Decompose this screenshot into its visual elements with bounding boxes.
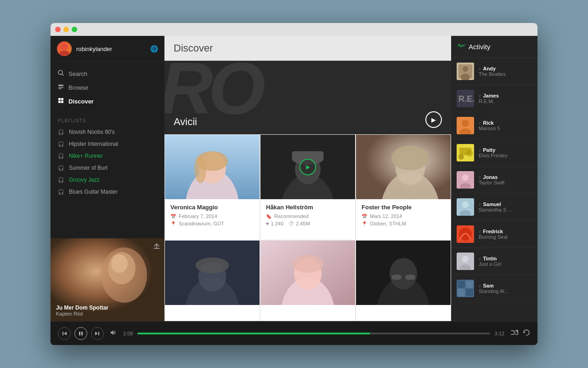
activity-item-andy[interactable]: ♪ Andy The Beatles [451, 58, 537, 85]
sidebar-item-search[interactable]: Search [51, 67, 164, 80]
activity-info-patty: ♪ Patty Elvis Presley [479, 147, 532, 158]
user-profile-row[interactable]: robinkylander 🌐 [51, 36, 164, 62]
card-image-hakan: ▶ [260, 135, 355, 199]
card-meta-text: February 7, 2014 [179, 213, 217, 219]
activity-list: ♪ Andy The Beatles R.E.M [451, 58, 537, 321]
svg-text:R.E.M: R.E.M [458, 94, 474, 104]
share-button[interactable] [153, 243, 160, 251]
activity-info-andy: ♪ Andy The Beatles [479, 66, 532, 77]
activity-user-samuel: Samuel [483, 201, 501, 207]
svg-rect-74 [81, 332, 83, 335]
activity-thumb-andy [457, 63, 474, 80]
activity-item-james[interactable]: R.E.M ♪ James R.E.M. [451, 85, 537, 112]
now-playing-info: Ju Mer Dom Spottar Kapten Röd [56, 305, 108, 316]
activity-thumb-tintin [457, 253, 474, 270]
bookmark-icon: 🔖 [266, 214, 271, 219]
activity-info-jonas: ♪ Jonas Taylor Swift [479, 174, 532, 185]
location-icon: 📍 [362, 221, 367, 226]
svg-point-56 [462, 174, 469, 181]
activity-info-sam: ♪ Sam Standing Al... [479, 283, 532, 294]
activity-item-patty[interactable]: ♪ Patty Elvis Presley [451, 139, 537, 167]
svg-rect-76 [98, 332, 99, 335]
sidebar-item-discover[interactable]: Discover [51, 94, 164, 108]
card-body-4 [165, 305, 260, 321]
minimize-button[interactable] [63, 27, 69, 32]
discover-icon [58, 98, 64, 105]
music-icon: ♪ [479, 175, 481, 179]
svg-marker-75 [95, 332, 98, 335]
activity-info-rick: ♪ Rick Maroon 5 [479, 120, 532, 131]
playlist-item-novish[interactable]: 🎧 Novish Noobs 90's [51, 126, 164, 138]
activity-item-fredrick[interactable]: ♪ Fredrick Burning Seal [451, 221, 537, 248]
svg-point-14 [111, 254, 128, 273]
svg-rect-40 [391, 275, 401, 280]
activity-panel: Activity ♪ [451, 36, 537, 321]
play-count-icon: ⏱ [289, 221, 294, 226]
playlist-label: Groovy Jazz [69, 177, 100, 183]
next-button[interactable] [91, 327, 104, 340]
activity-user-rick: Rick [483, 120, 494, 126]
card-image-veronica [165, 135, 260, 199]
sidebar-nav: Search Browse [51, 62, 164, 113]
card-stats-hakan: ♥ 1.240 ⏱ 2.45M [266, 221, 350, 226]
activity-user-james: James [483, 93, 499, 98]
card-image-5 [260, 241, 355, 305]
close-button[interactable] [55, 27, 61, 32]
calendar-icon: 📅 [362, 214, 367, 219]
titlebar [51, 23, 537, 36]
globe-icon[interactable]: 🌐 [150, 45, 158, 52]
activity-item-jonas[interactable]: ♪ Jonas Taylor Swift [451, 167, 537, 194]
progress-fill [137, 333, 370, 334]
playlist-item-groovy[interactable]: 🎧 Groovy Jazz [51, 174, 164, 186]
activity-title: Activity [469, 43, 491, 51]
progress-bar[interactable] [137, 333, 490, 334]
card-location-foster: 📍 Globen, STHLM [362, 221, 445, 226]
hero-play-button[interactable]: ▶ [425, 111, 442, 128]
pause-button[interactable] [74, 327, 87, 340]
svg-point-59 [462, 201, 469, 208]
svg-point-1 [59, 51, 70, 56]
activity-user-jonas: Jonas [483, 174, 498, 180]
activity-item-samuel[interactable]: ♪ Samuel Samantha S ... [451, 194, 537, 221]
playlist-label: Blues Guitar Master [69, 189, 118, 195]
svg-rect-67 [458, 281, 465, 288]
svg-rect-69 [458, 289, 465, 296]
playlist-item-nike[interactable]: 🎧 Nike+ Runner [51, 150, 164, 162]
activity-item-sam[interactable]: ♪ Sam Standing Al... [451, 275, 537, 302]
hero-artist: Avicii [174, 116, 425, 128]
activity-track-tintin: Just a Girl [479, 261, 532, 267]
prev-button[interactable] [58, 327, 71, 340]
svg-point-28 [391, 146, 429, 171]
playlist-item-summer[interactable]: 🎧 Summer of Burt [51, 162, 164, 174]
svg-rect-54 [459, 148, 471, 155]
activity-thumb-samuel [457, 198, 474, 216]
svg-point-36 [292, 255, 324, 273]
activity-thumb-sam [457, 280, 474, 297]
activity-item-rick[interactable]: ♪ Rick Maroon 5 [451, 112, 537, 139]
card-play-button[interactable]: ▶ [300, 159, 316, 175]
now-playing-art: Ju Mer Dom Spottar Kapten Röd [51, 238, 164, 321]
music-icon: ♪ [479, 202, 481, 207]
activity-track-james: R.E.M. [479, 98, 532, 104]
current-time: 2:09 [123, 331, 133, 336]
music-icon: ♪ [479, 283, 481, 288]
playlist-item-blues[interactable]: 🎧 Blues Guitar Master [51, 186, 164, 198]
sidebar-item-browse[interactable]: Browse [51, 80, 164, 94]
svg-point-19 [194, 155, 206, 183]
maximize-button[interactable] [72, 27, 77, 32]
cards-grid: Veronica Maggio 📅 February 7, 2014 📍 Sca… [164, 134, 451, 321]
refresh-icon[interactable] [523, 329, 530, 338]
activity-item-tintin[interactable]: ♪ Tintin Just a Girl [451, 248, 537, 275]
shuffle-icon[interactable] [511, 329, 518, 338]
activity-user-tintin: Tintin [483, 256, 497, 261]
svg-rect-9 [58, 101, 61, 103]
svg-marker-77 [111, 330, 113, 335]
card-veronica: Veronica Maggio 📅 February 7, 2014 📍 Sca… [164, 134, 260, 240]
playlist-item-hipster[interactable]: 🎧 Hipster International [51, 138, 164, 150]
track-artist: Kapten Röd [56, 311, 108, 316]
volume-icon[interactable] [110, 329, 117, 337]
activity-user-fredrick: Fredrick [483, 229, 503, 234]
music-icon: ♪ [479, 148, 481, 152]
player-controls [58, 327, 104, 340]
avatar [57, 41, 72, 56]
